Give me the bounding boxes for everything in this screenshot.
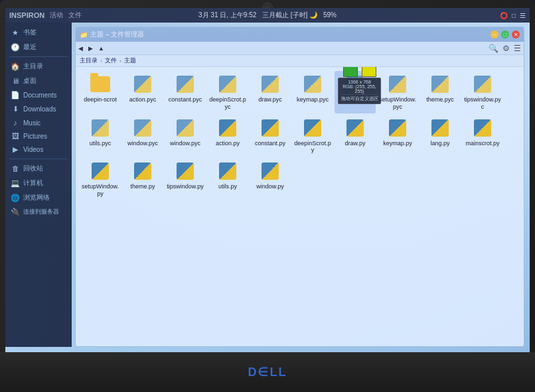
file-window-pyc-1[interactable]: window.pyc xyxy=(122,115,163,157)
file-tipswindow-py[interactable]: tipswindow.py xyxy=(165,158,206,200)
file-deepinscrot-pyc[interactable]: deepinScrot.pyc xyxy=(207,71,248,113)
sidebar-label-trash: 回收站 xyxy=(23,164,43,173)
back-button[interactable]: ◀ xyxy=(78,45,83,52)
file-draw-py[interactable]: draw.py xyxy=(335,115,376,157)
file-constant-pyc[interactable]: constant.pyc xyxy=(165,71,206,113)
network-icon: 🌐 xyxy=(11,194,20,202)
system-icon-3[interactable]: ☰ xyxy=(520,12,526,19)
taskbar-right: ⭕ □ ☰ xyxy=(500,12,526,19)
sidebar-divider-2 xyxy=(9,159,68,159)
sidebar-item-bookmarks[interactable]: ★ 书签 xyxy=(5,25,72,40)
file-label-window-pyc-1: window.pyc xyxy=(127,140,158,147)
taskbar-top: INSPIRON 活动 文件 3月 31 日, 上午9:52 三月截止 [子时]… xyxy=(5,8,530,23)
star-icon: ★ xyxy=(11,29,20,37)
file-draw-pyc[interactable]: draw.pyc xyxy=(250,71,291,113)
fm-body: deepin-scrot action.pyc co xyxy=(76,67,524,346)
py-icon-keymap xyxy=(387,117,408,139)
moon-icon: 🌙 xyxy=(309,11,317,19)
file-setupwindow-pyc[interactable]: setupWindow.pyc xyxy=(377,71,418,113)
file-action-py[interactable]: action.py xyxy=(207,115,248,157)
close-button[interactable]: ✕ xyxy=(512,31,520,38)
forward-button[interactable]: ▶ xyxy=(88,45,93,52)
fm-files-area: deepin-scrot action.pyc co xyxy=(76,67,524,346)
pyc-icon-keymap xyxy=(302,74,323,95)
sidebar-item-downloads[interactable]: ⬇ Downloads xyxy=(5,102,72,116)
py-icon-constant xyxy=(260,117,281,139)
file-keymap-py[interactable]: keymap.py xyxy=(377,115,418,157)
system-icon-1[interactable]: ⭕ xyxy=(500,12,508,19)
search-toggle-button[interactable]: 🔍 xyxy=(489,44,498,53)
file-deepin-scrot[interactable]: deepin-scrot xyxy=(80,71,121,113)
file-deepinscrot-py[interactable]: deepinScrot.py xyxy=(292,115,333,157)
sidebar-item-network[interactable]: 🌐 浏览网络 xyxy=(5,190,72,205)
sidebar-item-videos[interactable]: ▶ Videos xyxy=(5,143,72,157)
file-label-keymap-py: keymap.py xyxy=(383,140,412,147)
file-label-theme-py: theme.py xyxy=(130,183,155,190)
fm-window-icon: 📁 xyxy=(80,31,88,38)
file-label-window-py: window.py xyxy=(256,183,284,190)
breadcrumb-home[interactable]: 主目录 xyxy=(80,56,98,65)
minimize-button[interactable]: ─ xyxy=(491,31,498,38)
activities-menu[interactable]: 活动 xyxy=(50,11,63,20)
file-mainscrot-py[interactable]: mainscrot.py xyxy=(462,115,503,157)
sidebar-item-home[interactable]: 🏠 主目录 xyxy=(5,59,72,74)
sidebar-item-music[interactable]: ♪ Music xyxy=(5,116,72,129)
file-constant-py[interactable]: constant.py xyxy=(250,115,291,157)
dell-brand-logo: D∈LL xyxy=(248,365,287,379)
pyc-icon-utils xyxy=(90,117,111,139)
sidebar-item-trash[interactable]: 🗑 回收站 xyxy=(5,161,72,176)
file-setupwindow-py[interactable]: setupWindow.py xyxy=(80,158,121,200)
taskbar-center: 3月 31 日, 上午9:52 三月截止 [子时] 🌙 59% xyxy=(198,11,337,20)
pyc-icon-lang: 1366 x 768 RGB: (255, 255, 255) 拖动可自定义选区 xyxy=(344,74,366,95)
fm-titlebar: 📁 主题 – 文件管理器 ─ □ ✕ xyxy=(76,27,524,42)
fm-toolbar-right: 🔍 ⚙ ☰ xyxy=(489,44,521,53)
sidebar-item-computer[interactable]: 💻 计算机 xyxy=(5,176,72,190)
file-label-action-py: action.py xyxy=(216,140,240,147)
sidebar-label-music: Music xyxy=(23,119,40,127)
datetime-label: 3月 31 日, 上午9:52 xyxy=(198,11,256,19)
popup-rgb: RGB: (255, 255, 255) xyxy=(341,84,378,94)
file-keymap-pyc[interactable]: keymap.pyc xyxy=(292,71,333,113)
maximize-button[interactable]: □ xyxy=(501,31,509,38)
sidebar-item-documents[interactable]: 📄 Documents xyxy=(5,88,72,102)
file-action-pyc[interactable]: action.pyc xyxy=(122,71,163,113)
file-theme-py[interactable]: theme.py xyxy=(122,158,163,200)
file-window-py[interactable]: window.py xyxy=(250,158,291,200)
py-icon-lang xyxy=(429,117,451,139)
up-button[interactable]: ▲ xyxy=(98,45,104,52)
fm-toolbar: ◀ ▶ ▲ 🔍 ⚙ ☰ xyxy=(76,42,524,55)
file-label-tipswindow-py: tipswindow.py xyxy=(167,183,204,190)
file-tipswindow-pyc[interactable]: tipswindow.pyc xyxy=(462,71,503,113)
sidebar-item-pictures[interactable]: 🖼 Pictures xyxy=(5,129,72,143)
popup-size: 1366 x 768 xyxy=(341,80,378,84)
file-menu[interactable]: 文件 xyxy=(68,11,82,20)
monitor-stand: D∈LL xyxy=(0,352,535,392)
folder-icon-deepin xyxy=(90,74,111,95)
sidebar-item-recent[interactable]: 🕐 最近 xyxy=(5,40,72,54)
py-icon-action xyxy=(217,117,238,139)
file-label-tipswindow-pyc: tipswindow.pyc xyxy=(463,96,502,111)
file-window-pyc-2[interactable]: window.pyc xyxy=(165,115,206,157)
desktop-icon: 🖥 xyxy=(11,77,20,85)
fm-addressbar: 主目录 › 文件 › 主题 xyxy=(76,55,524,67)
file-utils-py[interactable]: utils.py xyxy=(207,158,248,200)
file-lang-py[interactable]: lang.py xyxy=(420,115,461,157)
file-theme-pyc[interactable]: theme.pyc xyxy=(420,71,461,113)
computer-icon: 💻 xyxy=(11,179,20,188)
sidebar-item-connect[interactable]: 🔌 连接到服务器 xyxy=(5,205,72,219)
breadcrumb-files[interactable]: 文件 xyxy=(105,56,117,65)
sidebar-item-desktop[interactable]: 🖥 桌面 xyxy=(5,74,72,88)
view-toggle-button[interactable]: ☰ xyxy=(514,44,521,53)
file-lang-pyc[interactable]: 1366 x 768 RGB: (255, 255, 255) 拖动可自定义选区… xyxy=(335,71,376,113)
file-label-draw-pyc: draw.pyc xyxy=(258,96,282,103)
monitor-screen: INSPIRON 活动 文件 3月 31 日, 上午9:52 三月截止 [子时]… xyxy=(5,8,530,352)
breadcrumb-theme[interactable]: 主题 xyxy=(124,56,136,65)
py-icon-mainscrot xyxy=(472,117,493,139)
system-icon-2[interactable]: □ xyxy=(512,12,516,19)
file-utils-pyc[interactable]: utils.pyc xyxy=(80,115,121,157)
settings-button[interactable]: ⚙ xyxy=(502,44,510,53)
sidebar-label-bookmarks: 书签 xyxy=(23,28,37,37)
file-label-action-pyc: action.pyc xyxy=(129,96,157,103)
sidebar-label-documents: Documents xyxy=(23,92,57,99)
sidebar-label-videos: Videos xyxy=(23,146,43,153)
